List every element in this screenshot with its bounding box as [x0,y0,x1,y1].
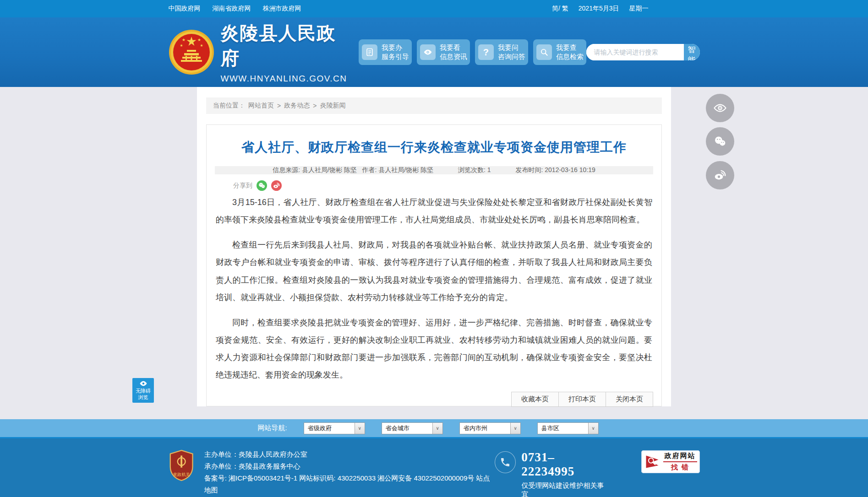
chevron-down-icon: ∨ [510,423,520,434]
phone-note: 仅受理网站建设维护相关事宜 [521,481,607,497]
meta-source-value: 县人社局/饶彬 陈坚 [302,166,357,173]
link-hunan-gov[interactable]: 湖南省政府网 [213,5,251,13]
error-badge-title: 政府网站 [663,452,697,462]
floating-wechat-button[interactable] [706,127,734,156]
qbtn-label: 我要看 [440,43,460,51]
footer-host-line: 主办单位：炎陵县人民政府办公室 [204,448,495,460]
top-bar: 中国政府网 湖南省政府网 株洲市政府网 简/ 繁 2021年5月3日 星期一 [0,0,868,17]
qbtn-sublabel: 咨询问答 [498,53,525,60]
meta-publish-label: 发布时间: [516,166,545,173]
wechat-share-icon[interactable] [257,180,267,191]
select-value: 省会城市 [382,424,432,432]
breadcrumb-label: 当前位置： [213,102,245,110]
error-flag-icon [644,454,661,470]
svg-text:★: ★ [180,43,183,48]
site-footer: 党政机关 主办单位：炎陵县人民政府办公室 承办单位：炎陵县政务服务中心 备案号:… [0,438,868,497]
question-icon: ? [478,44,494,60]
chevron-down-icon: ∨ [432,423,442,434]
breadcrumb-gov-news[interactable]: 政务动态 [284,102,310,110]
link-zhuzhou-gov[interactable]: 株洲市政府网 [263,5,301,13]
select-value: 县市区 [538,424,588,432]
meta-author-label: 作者: [362,166,378,173]
organizer-label: 承办单位： [204,462,239,470]
svg-text:★: ★ [200,43,203,48]
weibo-share-icon[interactable] [271,180,282,191]
site-search: 智能检索 [586,44,699,60]
svg-text:★: ★ [181,38,185,42]
chevron-down-icon: ∨ [588,423,598,434]
share-label: 分享到 [233,182,252,190]
svg-text:★: ★ [197,38,201,42]
footer-organizer-line: 承办单位：炎陵县政务服务中心 [204,460,495,472]
site-nav-strip: 网站导航: 省级政府 ∨ 省会城市 ∨ 省内市州 ∨ 县市区 ∨ [0,419,868,438]
select-province-cities[interactable]: 省内市州 ∨ [459,422,521,434]
article-body: 3月15-16日，省人社厅、财政厅检查组在省人社厅就业促进与失业保险处处长黎定亚… [215,192,653,392]
print-page-button[interactable]: 打印本页 [558,392,606,407]
site-title: 炎陵县人民政府 [221,21,347,71]
qbtn-sublabel: 信息检索 [556,53,584,60]
article-meta-bar: 信息来源: 县人社局/饶彬 陈坚 作者: 县人社局/饶彬 陈坚 浏览次数: 1 … [215,166,653,174]
share-row: 分享到 [233,180,653,191]
article-paragraph: 3月15-16日，省人社厅、财政厅检查组在省人社厅就业促进与失业保险处处长黎定亚… [216,194,652,228]
error-badge-action: 找错 [663,463,697,472]
gov-site-error-report-badge[interactable]: 政府网站 找错 [641,450,700,473]
eye-icon [139,380,147,387]
qbtn-sublabel: 信息资讯 [440,53,467,60]
simplified-traditional-toggle[interactable]: 简/ 繁 [552,5,568,13]
search-icon [536,44,552,60]
meta-publish-value: 2012-03-16 10:19 [545,166,595,173]
site-nav-label: 网站导航: [258,424,287,432]
footer-icp-line: 备案号: 湘ICP备05003421号-1 网站标识码: 4302250033 … [204,472,495,496]
select-value: 省内市州 [460,424,510,432]
accessibility-browse-button[interactable]: 无障碍浏览 [132,378,154,403]
site-brand[interactable]: ★ ★ ★ ★ 炎陵县人民政府 WWW.HNYANLING.GOV.CN [169,21,347,84]
svg-text:党政机关: 党政机关 [173,472,190,477]
icp-record: 备案号: 湘ICP备05003421号-1 网站标识码: 4302250033 … [204,474,474,482]
qbtn-label: 我要办 [382,43,402,51]
button-i-want-service[interactable]: 我要办服务引导 [359,39,412,65]
breadcrumb-yanling-news[interactable]: 炎陵新闻 [320,102,345,110]
button-i-want-ask[interactable]: ? 我要问咨询问答 [475,39,528,65]
smart-search-button[interactable]: 智能检索 [684,44,699,60]
organizer-value: 炎陵县政务服务中心 [239,462,300,470]
breadcrumb-separator: > [277,102,281,109]
article-paragraph: 同时，检查组要求炎陵县把就业专项资金的管理好、运用好，进一步严格纪律、完善措施、… [216,314,652,384]
link-china-gov[interactable]: 中国政府网 [169,5,201,13]
chevron-down-icon: ∨ [355,423,365,434]
document-icon [362,44,377,60]
select-value: 省级政府 [304,424,355,432]
qbtn-sublabel: 服务引导 [382,53,409,60]
article: 省人社厅、财政厅检查组一行来炎检查就业专项资金使用管理工作 信息来源: 县人社局… [206,124,662,406]
accessibility-label: 无障碍浏览 [136,388,151,401]
meta-views-value: 1 [487,166,491,173]
search-input[interactable] [586,44,684,60]
qbtn-label: 我要问 [498,43,519,51]
gov-links: 中国政府网 湖南省政府网 株洲市政府网 [169,5,301,13]
host-value: 炎陵县人民政府办公室 [239,450,307,458]
qbtn-label: 我要查 [556,43,577,51]
site-header: ★ ★ ★ ★ 炎陵县人民政府 WWW.HNYANLING.GOV.CN [0,17,868,87]
national-emblem-icon: ★ ★ ★ ★ [169,29,214,75]
breadcrumb-home[interactable]: 网站首页 [248,102,274,110]
select-provincial-gov[interactable]: 省级政府 ∨ [304,422,365,434]
article-title: 省人社厅、财政厅检查组一行来炎检查就业专项资金使用管理工作 [219,139,649,156]
close-page-button[interactable]: 关闭本页 [606,392,653,407]
eye-icon [713,101,727,115]
button-i-want-search[interactable]: 我要查信息检索 [533,39,586,65]
phone-icon [495,451,516,473]
floating-view-button[interactable] [706,94,734,122]
article-paragraph: 检查组一行先后来到我县人社局、财政局，对我县的各项就业补贴台帐、就业扶持政策人员… [216,236,652,306]
button-i-want-news[interactable]: 我要看信息资讯 [417,39,470,65]
weibo-icon [713,168,727,182]
party-shield-icon[interactable]: 党政机关 [169,448,194,482]
quick-service-buttons: 我要办服务引导 我要看信息资讯 ? 我要问咨询问答 我要查信息检索 [359,39,586,65]
main-area: 当前位置： 网站首页 > 政务动态 > 炎陵新闻 省人社厅、财政厅检查组一行来炎… [0,87,868,419]
breadcrumb-separator: > [313,102,317,109]
eye-icon [420,44,436,60]
select-county-districts[interactable]: 县市区 ∨ [537,422,599,434]
breadcrumb: 当前位置： 网站首页 > 政务动态 > 炎陵新闻 [206,97,662,114]
favorite-page-button[interactable]: 收藏本页 [511,392,559,407]
floating-weibo-button[interactable] [706,161,734,189]
select-capital-cities[interactable]: 省会城市 ∨ [382,422,443,434]
host-label: 主办单位： [204,450,239,458]
